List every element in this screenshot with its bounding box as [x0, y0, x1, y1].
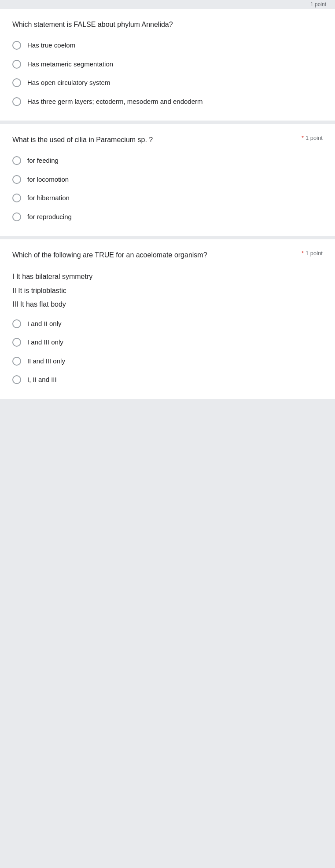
- page-container: 1 point Which statement is FALSE about p…: [0, 0, 335, 399]
- question-3-options: I and II only I and III only II and III …: [12, 319, 323, 385]
- question-1-text: Which statement is FALSE about phylum An…: [12, 19, 323, 30]
- question-1-header: Which statement is FALSE about phylum An…: [12, 19, 323, 30]
- radio-button[interactable]: [12, 156, 21, 165]
- question-2-text: What is the used of cilia in Paramecium …: [12, 135, 302, 145]
- list-item[interactable]: I and III only: [12, 337, 323, 348]
- radio-button[interactable]: [12, 78, 21, 87]
- radio-button[interactable]: [12, 375, 21, 384]
- option-label: for reproducing: [27, 212, 72, 222]
- list-item[interactable]: for hibernation: [12, 193, 323, 203]
- option-label: Has three germ layers; ectoderm, mesoder…: [27, 97, 203, 107]
- list-item[interactable]: for locomotion: [12, 175, 323, 185]
- list-item[interactable]: Has true coelom: [12, 40, 323, 51]
- question-2-header: What is the used of cilia in Paramecium …: [12, 135, 323, 145]
- statement-item: III It has flat body: [12, 299, 323, 310]
- radio-button[interactable]: [12, 212, 21, 221]
- radio-button[interactable]: [12, 194, 21, 202]
- radio-button[interactable]: [12, 357, 21, 366]
- list-item[interactable]: I and II only: [12, 319, 323, 329]
- top-points-label: 1 point: [310, 1, 326, 7]
- option-label: I and II only: [27, 319, 62, 329]
- option-label: I, II and III: [27, 375, 57, 385]
- question-3-card: Which of the following are TRUE for an a…: [0, 239, 335, 399]
- option-label: Has true coelom: [27, 40, 75, 51]
- option-label: I and III only: [27, 337, 63, 348]
- option-label: for feeding: [27, 156, 59, 166]
- list-item[interactable]: for reproducing: [12, 212, 323, 222]
- question-2-meta: * 1 point: [302, 135, 323, 141]
- points-label: 1 point: [306, 135, 323, 141]
- option-label: Has open circulatory system: [27, 78, 110, 88]
- statement-item: II It is triploblastic: [12, 285, 323, 297]
- question-3-header: Which of the following are TRUE for an a…: [12, 250, 323, 260]
- radio-button[interactable]: [12, 41, 21, 50]
- question-3-text: Which of the following are TRUE for an a…: [12, 250, 302, 260]
- required-star: *: [302, 250, 304, 256]
- option-label: for hibernation: [27, 193, 70, 203]
- list-item[interactable]: Has open circulatory system: [12, 78, 323, 88]
- list-item[interactable]: Has metameric segmentation: [12, 59, 323, 70]
- question-1-options: Has true coelom Has metameric segmentati…: [12, 40, 323, 106]
- question-2-card: What is the used of cilia in Paramecium …: [0, 124, 335, 236]
- radio-button[interactable]: [12, 338, 21, 347]
- required-star: *: [302, 135, 304, 141]
- statements-section: I It has bilateral symmetry II It is tri…: [12, 271, 323, 310]
- list-item[interactable]: Has three germ layers; ectoderm, mesoder…: [12, 97, 323, 107]
- points-label: 1 point: [306, 250, 323, 256]
- list-item[interactable]: I, II and III: [12, 375, 323, 385]
- radio-button[interactable]: [12, 60, 21, 69]
- radio-button[interactable]: [12, 319, 21, 328]
- radio-button[interactable]: [12, 175, 21, 184]
- top-bar: 1 point: [0, 0, 335, 9]
- list-item[interactable]: II and III only: [12, 356, 323, 366]
- question-2-options: for feeding for locomotion for hibernati…: [12, 156, 323, 222]
- statement-item: I It has bilateral symmetry: [12, 271, 323, 282]
- question-1-card: Which statement is FALSE about phylum An…: [0, 9, 335, 121]
- option-label: II and III only: [27, 356, 65, 366]
- question-3-meta: * 1 point: [302, 250, 323, 256]
- option-label: for locomotion: [27, 175, 69, 185]
- list-item[interactable]: for feeding: [12, 156, 323, 166]
- radio-button[interactable]: [12, 97, 21, 106]
- option-label: Has metameric segmentation: [27, 59, 113, 70]
